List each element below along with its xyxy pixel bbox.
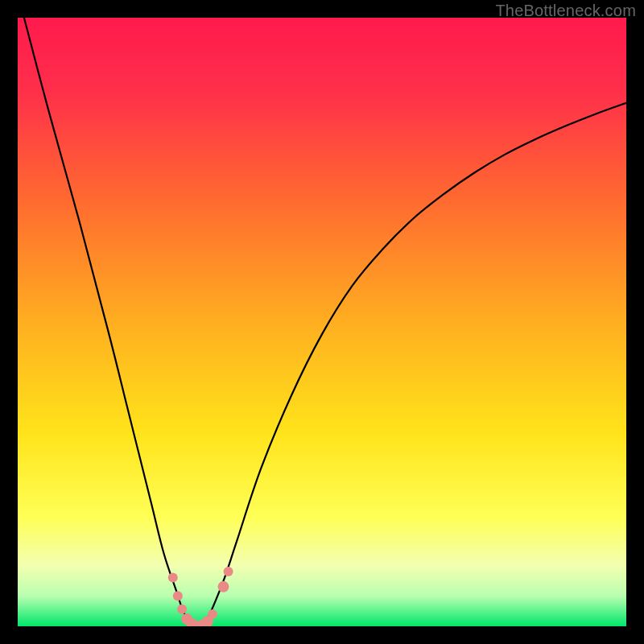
chart-frame: TheBottleneck.com (0, 0, 644, 644)
gradient-plot-area (18, 18, 626, 626)
